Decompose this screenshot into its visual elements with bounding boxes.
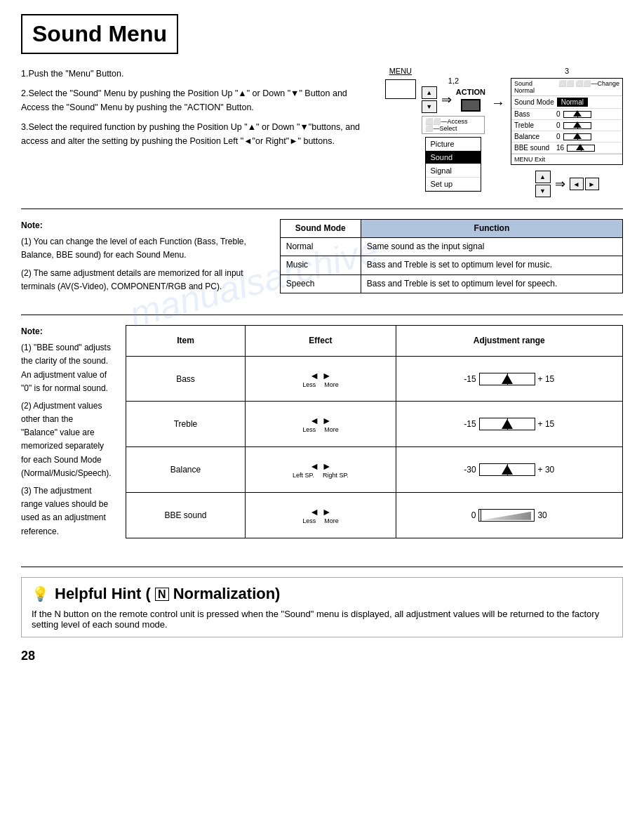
step1-text: 1.Push the "Menu" Button. — [21, 67, 371, 81]
sound-settings-panel: SoundNormal ⬜⬜ ⬜⬜—Change Sound Mode Norm… — [511, 78, 623, 165]
function-table: Sound Mode Function Normal Same sound as… — [280, 219, 623, 293]
treble-label: Treble — [514, 121, 554, 129]
adj-balance-range: -30 + 30 — [396, 447, 622, 493]
left-arrow-btn[interactable]: ◄ — [570, 178, 584, 190]
arrow-to-step3: → — [491, 95, 505, 111]
menu-box — [385, 79, 416, 99]
adj-treble-effect: ◄ ► LessMore — [246, 402, 396, 447]
select-hint: ⬜—Select — [425, 125, 481, 132]
lr-arrows: ◄ ► — [570, 178, 599, 190]
menu-list: Picture Sound Signal Set up — [425, 137, 481, 192]
diagram-hint-box: ⬜⬜—Access ⬜—Select — [422, 116, 485, 134]
treble-bar — [563, 122, 591, 129]
step3-down-btn[interactable]: ▼ — [535, 185, 551, 197]
fn-row1-desc: Same sound as the input signal — [361, 238, 622, 256]
bbe-value: 16 — [556, 144, 564, 152]
balance-value: 0 — [556, 133, 561, 140]
adj-balance-effect: ◄ ► Left SP.Right SP. — [246, 447, 396, 493]
note2-item2: (2) Adjustment values other than the "Ba… — [21, 399, 112, 480]
action-label: ACTION — [456, 88, 485, 96]
menu-label: MENU — [389, 67, 412, 75]
adj-balance-item: Balance — [126, 447, 246, 493]
note2-title: Note: — [21, 325, 112, 338]
step3-block: 3 SoundNormal ⬜⬜ ⬜⬜—Change Sound Mode No… — [511, 67, 623, 197]
divider-2 — [21, 315, 623, 315]
adj-treble-item: Treble — [126, 402, 246, 447]
step12-label: 1,2 — [448, 77, 459, 85]
step3-up-btn[interactable]: ▲ — [535, 171, 551, 183]
sound-mode-value: Normal — [557, 98, 588, 107]
divider-1 — [21, 208, 623, 209]
menu-step: MENU — [385, 67, 416, 99]
helpful-hint-text: If the N button on the remote control un… — [32, 609, 612, 630]
page-number: 28 — [21, 649, 623, 663]
helpful-hint-heading: Helpful Hint ( N Normalization) — [55, 585, 280, 603]
step3-nav: ▲ ▼ ⇒ ◄ ► — [535, 171, 599, 197]
menu-item-signal: Signal — [426, 164, 481, 178]
note-function-section: manualsarchive Note: (1) You can change … — [21, 219, 623, 293]
bottom-section: Note: (1) "BBE sound" adjusts the clarit… — [21, 325, 623, 538]
adj-bass-item: Bass — [126, 356, 246, 402]
n-icon: N — [155, 588, 169, 601]
fn-row2-mode: Music — [280, 256, 361, 274]
adj-bbe-range: 0 30 — [396, 492, 622, 538]
adj-header-item: Item — [126, 325, 246, 356]
adj-header-range: Adjustment range — [396, 325, 622, 356]
menu-item-picture: Picture — [426, 138, 481, 151]
bass-label: Bass — [514, 110, 554, 118]
page-title: Sound Menu — [21, 14, 178, 54]
adj-bass-range: -15 + 15 — [396, 356, 622, 402]
bass-bar — [563, 111, 591, 118]
step2-text: 2.Select the "Sound" Menu by pushing the… — [21, 86, 371, 114]
fn-row1-mode: Normal — [280, 238, 361, 256]
note2-box: Note: (1) "BBE sound" adjusts the clarit… — [21, 325, 112, 538]
right-arrow-btn[interactable]: ► — [585, 178, 599, 190]
double-arrow: ⇒ — [441, 92, 452, 107]
instructions-block: 1.Push the "Menu" Button. 2.Select the "… — [21, 67, 371, 154]
adj-bbe-item: BBE sound — [126, 492, 246, 538]
note-table-block: Note: (1) You can change the level of ea… — [21, 219, 623, 293]
step12-block: 1,2 ▲ ▼ ⇒ ACTION ⬜⬜—Access ⬜—Select — [422, 77, 485, 192]
adj-header-effect: Effect — [246, 325, 396, 356]
bbe-row: BBE sound 16 — [511, 143, 622, 154]
bulb-icon: 💡 — [32, 585, 49, 602]
diagram-area: MENU 1,2 ▲ ▼ ⇒ ACTION ⬜ — [385, 67, 623, 197]
balance-bar — [563, 133, 591, 140]
helpful-hint-section: 💡 Helpful Hint ( N Normalization) If the… — [21, 577, 623, 637]
note2-item1: (1) "BBE sound" adjusts the clarity of t… — [21, 341, 112, 395]
adj-bass-effect: ◄ ► LessMore — [246, 356, 396, 402]
note1-title: Note: — [21, 219, 266, 232]
menu-item-sound: Sound — [426, 151, 481, 164]
note1-item1: (1) You can change the level of each Fun… — [21, 235, 266, 262]
balance-row: Balance 0 — [511, 131, 622, 143]
adj-treble-range: -15 + 15 — [396, 402, 622, 447]
sound-mode-label: Sound Mode — [514, 98, 554, 106]
balance-label: Balance — [514, 133, 554, 140]
bass-value: 0 — [556, 110, 561, 118]
adjustment-table: Item Effect Adjustment range Bass ◄ ► Le… — [126, 325, 623, 538]
fn-row3-mode: Speech — [280, 274, 361, 293]
access-hint: ⬜⬜—Access — [425, 118, 481, 125]
note1-box: Note: (1) You can change the level of ea… — [21, 219, 266, 293]
treble-value: 0 — [556, 121, 561, 129]
note1-item2: (2) The same adjustment details are memo… — [21, 267, 266, 293]
action-block: ACTION — [456, 88, 485, 112]
note2-item3: (3) The adjustment range values should b… — [21, 484, 112, 538]
menu-exit-label: MENU Exit — [511, 154, 622, 164]
sound-mode-row: Sound Mode Normal — [511, 96, 622, 109]
down-arrow-btn[interactable]: ▼ — [422, 100, 437, 113]
adj-bbe-effect: ◄ ► LessMore — [246, 492, 396, 538]
fn-col2-header: Function — [361, 220, 622, 238]
step3-double-arrow: ⇒ — [555, 176, 565, 192]
sound-settings-header: SoundNormal ⬜⬜ ⬜⬜—Change — [511, 79, 622, 96]
section-instructions: 1.Push the "Menu" Button. 2.Select the "… — [21, 67, 623, 197]
bass-row: Bass 0 — [511, 109, 622, 120]
fn-row3-desc: Bass and Treble is set to optimum level … — [361, 274, 622, 293]
sound-header-label: SoundNormal — [514, 80, 535, 94]
up-arrow-btn[interactable]: ▲ — [422, 86, 437, 99]
sound-change-label: ⬜⬜ ⬜⬜—Change — [558, 80, 619, 94]
menu-item-setup: Set up — [426, 178, 481, 191]
step3-text: 3.Select the required function by pushin… — [21, 120, 371, 148]
fn-col1-header: Sound Mode — [280, 220, 361, 238]
bbe-label: BBE sound — [514, 144, 554, 152]
